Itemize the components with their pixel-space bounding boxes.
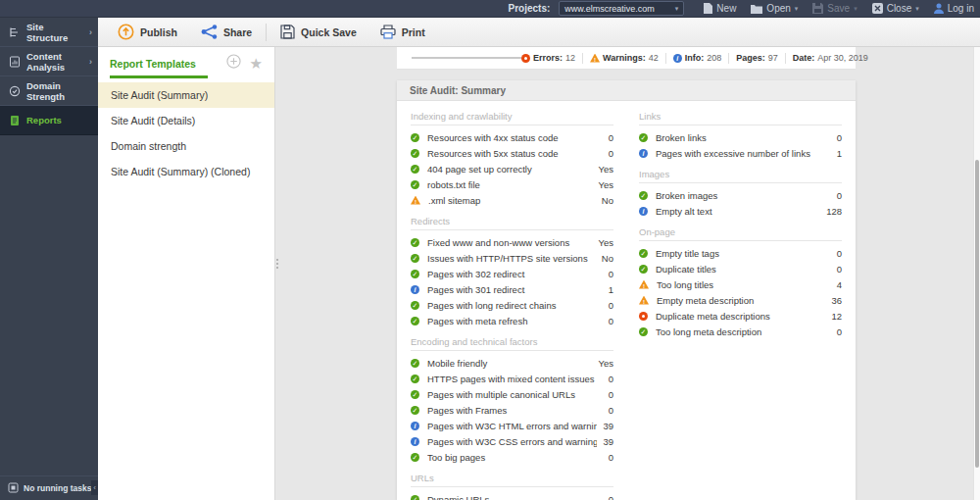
audit-row-robots-txt-file: ✓robots.txt fileYes [411,176,613,192]
audit-factor-value: No [602,253,613,264]
print-button[interactable]: Print [368,18,437,46]
template-item-site-audit-details[interactable]: Site Audit (Details) [98,108,274,133]
audit-row-pages-with-302-redirect: ✓Pages with 302 redirect0 [411,266,613,281]
audit-factor-label: Pages with W3C HTML errors and warnings [427,421,597,431]
sidebar-item-domain-strength[interactable]: Domain Strength [0,76,98,106]
chevron-right-icon: › [89,27,92,37]
audit-row-pages-with-301-redirect: iPages with 301 redirect1 [411,281,613,297]
sidebar-item-content-analysis[interactable]: Content Analysis› [0,47,98,76]
scrollbar-thumb[interactable] [975,160,979,468]
audit-factor-label: Empty title tags [656,248,831,259]
audit-row-duplicate-meta-descriptions: Duplicate meta descriptions12 [639,308,842,324]
audit-factor-value: 36 [831,295,842,306]
chevron-down-icon[interactable]: ▾ [795,5,799,13]
audit-factor-value: 0 [609,494,613,500]
audit-factor-label: Pages with 301 redirect [427,284,603,295]
section-title-redirects: Redirects [411,208,613,230]
audit-row-pages-with-multiple-canonical-urls: ✓Pages with multiple canonical URLs0 [411,386,613,402]
topbar-button-close[interactable]: Close▾ [872,3,919,14]
panel-resize-handle[interactable] [276,259,278,269]
audit-factor-label: Pages with excessive number of links [656,148,831,159]
publish-label: Publish [140,26,177,38]
vertical-scrollbar[interactable] [973,47,980,500]
sidebar-item-site-structure[interactable]: Site Structure› [0,18,98,47]
template-item-domain-strength[interactable]: Domain strength [98,133,274,159]
audit-row-resources-with-4xx-status-code: ✓Resources with 4xx status code0 [411,129,613,145]
audit-factor-label: HTTPS pages with mixed content issues [427,374,603,384]
stat-separator [665,53,666,64]
chevron-right-icon: › [89,57,92,67]
project-select[interactable]: www.elmscreative.com ▾ [559,1,684,16]
template-item-label: Site Audit (Summary) (Cloned) [111,166,250,177]
chevron-down-icon[interactable]: ▾ [915,5,919,13]
stat-value: 12 [565,53,575,63]
topbar-button-log-in[interactable]: Log in [934,3,974,14]
info-icon: i [639,149,648,158]
audit-factor-value: 1 [837,148,842,159]
sidebar-item-label: Reports [26,115,62,125]
audit-factor-label: Too big pages [427,452,603,463]
template-item-site-audit-summary[interactable]: Site Audit (Summary) [98,82,274,108]
ok-icon: ✓ [411,180,419,189]
domain-strength-icon [9,85,21,97]
stat-info: iInfo:208 [673,53,722,63]
ok-icon: ✓ [411,406,419,415]
stat-label: Errors: [533,53,563,63]
audit-factor-label: Fixed www and non-www versions [427,237,593,248]
share-button[interactable]: Share [189,18,264,46]
sidebar-item-label: Site Structure [26,22,83,43]
section-title-encoding-and-technical-factors: Encoding and technical factors [411,328,613,351]
audit-factor-value: 12 [831,311,842,322]
audit-factor-label: Resources with 5xx status code [427,148,603,159]
audit-factor-label: Pages with 302 redirect [427,269,603,279]
audit-factor-label: Too long titles [657,279,831,290]
audit-factor-label: 404 page set up correctly [427,164,593,175]
audit-row-broken-links: ✓Broken links0 [639,129,842,145]
topbar-button-new[interactable]: New [704,3,736,14]
audit-row-empty-alt-text: iEmpty alt text128 [639,203,842,219]
topbar-buttons: NewOpen▾Save▾Close▾Log in [704,3,974,14]
ok-icon: ✓ [411,375,419,383]
audit-factor-value: 0 [609,316,613,326]
topbar-button-open[interactable]: Open▾ [751,3,798,14]
report-templates-header: Report Templates ★ [98,47,274,79]
sidebar-collapse-handle[interactable]: ‹ [91,480,98,495]
warning-icon: ! [639,296,649,305]
audit-factor-value: 0 [609,300,613,311]
chevron-down-icon[interactable]: ▾ [854,5,858,13]
audit-factor-value: 0 [837,248,842,259]
ok-icon: ✓ [639,327,648,336]
audit-factor-value: 0 [837,190,842,201]
template-item-label: Site Audit (Summary) [111,89,208,101]
section-title-links: Links [639,103,842,125]
share-label: Share [223,26,252,38]
audit-row-resources-with-5xx-status-code: ✓Resources with 5xx status code0 [411,145,613,161]
stat-label: Info: [685,53,705,63]
projects-selector: Projects: www.elmscreative.com ▾ [509,1,685,16]
audit-factor-label: Too long meta description [656,326,831,337]
stat-warnings: !Warnings:42 [590,53,659,63]
publish-button[interactable]: Publish [106,18,189,46]
ok-icon: ✓ [411,359,419,368]
audit-row-too-long-meta-description: ✓Too long meta description0 [639,324,842,339]
add-template-icon[interactable] [226,54,241,73]
favorite-star-icon[interactable]: ★ [250,56,263,71]
save-icon [812,3,823,14]
ok-icon: ✓ [411,301,419,310]
stat-separator [785,53,786,64]
quick-save-button[interactable]: Quick Save [269,18,368,46]
topbar-button-label: Close [887,3,912,14]
stat-value: 42 [649,53,659,63]
sidebar-item-reports[interactable]: Reports [0,106,98,135]
audit-row-mobile-friendly: ✓Mobile friendlyYes [411,355,613,371]
audit-row-issues-with-http-https-site-versions: ✓Issues with HTTP/HTTPS site versionsNo [411,250,613,266]
audit-factor-label: Pages with W3C CSS errors and warnings [427,436,597,447]
audit-row-xml-sitemap: !.xml sitemapNo [411,192,613,208]
audit-factor-value: 39 [603,421,613,431]
template-item-site-audit-summary-cloned[interactable]: Site Audit (Summary) (Cloned) [98,159,274,184]
topbar-button-label: Save [827,3,850,14]
audit-factor-value: 4 [837,279,842,290]
topbar-button-save[interactable]: Save▾ [812,3,857,14]
report-preview-area: Errors:12!Warnings:42iInfo:208Pages:97Da… [275,47,980,500]
active-tab-underline [110,75,208,78]
